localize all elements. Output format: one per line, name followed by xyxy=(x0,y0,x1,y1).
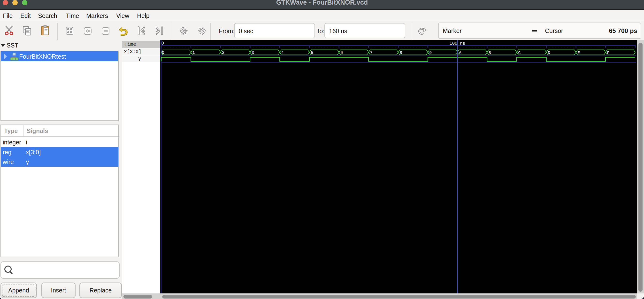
svg-text:8: 8 xyxy=(400,50,402,55)
svg-text:E: E xyxy=(578,51,580,55)
svg-text:5: 5 xyxy=(311,50,313,55)
svg-text:6: 6 xyxy=(340,50,343,55)
svg-text:D: D xyxy=(548,51,550,55)
svg-text:B: B xyxy=(488,51,491,55)
svg-text:0: 0 xyxy=(162,50,164,55)
svg-text:0: 0 xyxy=(161,41,164,46)
svg-text:7: 7 xyxy=(370,50,372,55)
svg-text:2: 2 xyxy=(222,50,224,55)
svg-text:1: 1 xyxy=(192,50,195,55)
svg-text:A: A xyxy=(459,51,462,55)
svg-text:C: C xyxy=(518,51,520,55)
svg-text:F: F xyxy=(607,51,610,55)
svg-text:4: 4 xyxy=(281,50,284,55)
svg-text:9: 9 xyxy=(429,51,432,55)
svg-text:3: 3 xyxy=(252,50,254,55)
